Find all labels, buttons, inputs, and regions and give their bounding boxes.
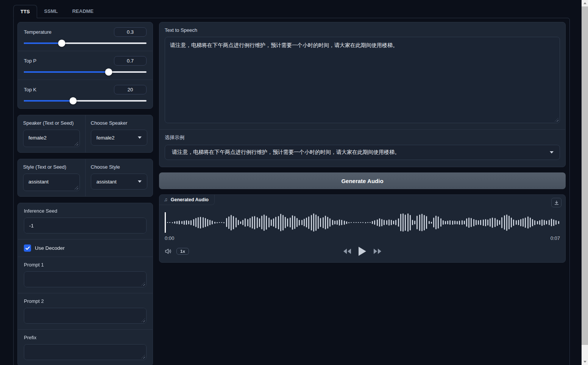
waveform-bar: [334, 221, 335, 224]
top-p-value[interactable]: 0.7: [114, 56, 147, 66]
prompt1-input[interactable]: [24, 271, 147, 287]
waveform-bar: [419, 215, 420, 231]
waveform-bar: [264, 215, 265, 231]
choose-speaker-dropdown[interactable]: female2: [91, 130, 148, 146]
prompt2-input[interactable]: [24, 308, 147, 324]
waveform-bar: [452, 221, 453, 225]
tab-ssml[interactable]: SSML: [37, 5, 65, 18]
waveform-bar: [356, 222, 357, 223]
choose-speaker-label: Choose Speaker: [91, 120, 148, 126]
scrollbar-thumb[interactable]: [582, 6, 588, 345]
waveform-bar: [190, 220, 192, 225]
waveform-bar: [473, 219, 474, 226]
use-decoder-checkbox[interactable]: [24, 244, 31, 252]
waveform-bar: [250, 218, 251, 227]
waveform-bar: [438, 216, 439, 229]
waveform-bar: [435, 216, 437, 229]
speaker-text-input[interactable]: female2: [23, 130, 80, 147]
rewind-button[interactable]: [343, 248, 351, 254]
waveform-bar: [339, 219, 340, 226]
prefix-input[interactable]: [24, 344, 147, 360]
playhead-cursor[interactable]: [165, 212, 166, 233]
waveform-bar: [188, 221, 189, 224]
generate-audio-button[interactable]: Generate Audio: [159, 172, 566, 189]
top-k-slider-handle[interactable]: [69, 97, 76, 105]
fast-forward-icon: [373, 248, 382, 254]
temperature-slider[interactable]: [24, 42, 147, 44]
tab-tts[interactable]: TTS: [13, 5, 37, 18]
waveform-bar: [240, 221, 241, 224]
top-p-slider-handle[interactable]: [105, 69, 112, 76]
waveform-bar: [386, 220, 387, 225]
waveform[interactable]: [165, 212, 560, 233]
prompt1-section: Prompt 1: [18, 257, 153, 293]
playback-speed-button[interactable]: 1x: [176, 248, 189, 255]
waveform-bar: [176, 221, 178, 224]
waveform-bar: [549, 220, 550, 225]
waveform-bar: [462, 220, 463, 225]
inference-seed-input[interactable]: -1: [24, 218, 147, 233]
waveform-bar: [172, 222, 173, 223]
volume-icon: [165, 248, 172, 255]
scrollbar[interactable]: [582, 0, 588, 365]
waveform-bar: [245, 218, 246, 227]
waveform-bar: [268, 218, 270, 227]
waveform-bar: [384, 220, 385, 225]
music-note-icon: ♫: [164, 197, 168, 202]
prompt2-section: Prompt 2: [18, 293, 153, 329]
waveform-bar: [214, 222, 215, 224]
choose-speaker-section: Choose Speaker female2: [85, 115, 153, 152]
top-k-value[interactable]: 20: [114, 85, 147, 94]
waveform-bar: [285, 217, 286, 228]
download-button[interactable]: [551, 198, 561, 207]
waveform-bar: [313, 213, 314, 232]
style-text-input[interactable]: assistant: [23, 174, 80, 191]
volume-button[interactable]: [165, 248, 172, 255]
audio-controls: 1x: [165, 245, 560, 258]
waveform-bar: [304, 219, 305, 226]
fast-forward-button[interactable]: [373, 248, 382, 254]
text-to-speech-input[interactable]: 请注意，电梯将在下午两点进行例行维护，预计需要一个小时的时间，请大家在此期间使用…: [165, 37, 560, 123]
waveform-bar: [447, 221, 448, 224]
waveform-bar: [306, 218, 307, 227]
temperature-value[interactable]: 0.3: [114, 27, 147, 37]
choose-style-dropdown[interactable]: assistant: [91, 174, 148, 190]
waveform-bar: [318, 216, 319, 229]
example-dropdown[interactable]: 请注意，电梯将在下午两点进行例行维护，预计需要一个小时的时间，请大家在此期间使用…: [165, 145, 560, 160]
waveform-bar: [226, 218, 227, 227]
top-p-slider[interactable]: [24, 71, 147, 73]
use-decoder-label[interactable]: Use Decoder: [35, 245, 65, 251]
waveform-bar: [236, 218, 237, 227]
waveform-bar: [537, 221, 538, 224]
waveform-bar: [181, 221, 182, 224]
prefix-section: Prefix: [18, 329, 153, 365]
scrollbar-down-arrow[interactable]: [582, 359, 588, 365]
waveform-bar: [348, 222, 349, 223]
waveform-bar: [374, 220, 375, 225]
tab-readme[interactable]: README: [65, 5, 101, 18]
chevron-down-icon: [138, 136, 142, 139]
waveform-bar: [332, 220, 333, 225]
text-to-speech-section: Text to Speech 请注意，电梯将在下午两点进行例行维护，预计需要一个…: [159, 22, 565, 129]
waveform-bar: [294, 216, 295, 229]
waveform-bar: [327, 217, 328, 229]
waveform-bar: [429, 221, 430, 224]
waveform-bar: [207, 219, 208, 226]
temperature-slider-handle[interactable]: [58, 40, 66, 47]
waveform-bar: [184, 221, 185, 225]
top-k-slider[interactable]: [24, 100, 147, 102]
waveform-bar: [323, 217, 324, 228]
waveform-bar: [402, 213, 404, 232]
waveform-bar: [203, 217, 204, 228]
waveform-bar: [381, 219, 382, 226]
temperature-slider-fill: [24, 42, 62, 44]
top-k-label: Top K: [24, 87, 36, 92]
waveform-bar: [247, 219, 248, 226]
waveform-bar: [370, 222, 371, 223]
waveform-bar: [457, 221, 458, 224]
play-button[interactable]: [358, 246, 367, 256]
scrollbar-up-arrow[interactable]: [582, 0, 588, 6]
waveform-bar: [219, 222, 220, 223]
waveform-bar: [466, 218, 467, 227]
waveform-bar: [468, 218, 469, 228]
